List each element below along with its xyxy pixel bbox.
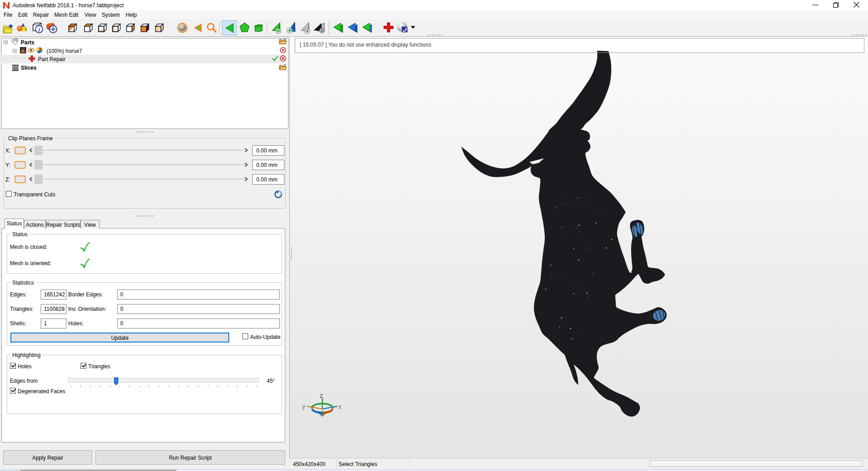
svg-text:y: y bbox=[302, 402, 306, 410]
svg-text:x: x bbox=[338, 403, 342, 410]
svg-text:i: i bbox=[38, 26, 40, 33]
